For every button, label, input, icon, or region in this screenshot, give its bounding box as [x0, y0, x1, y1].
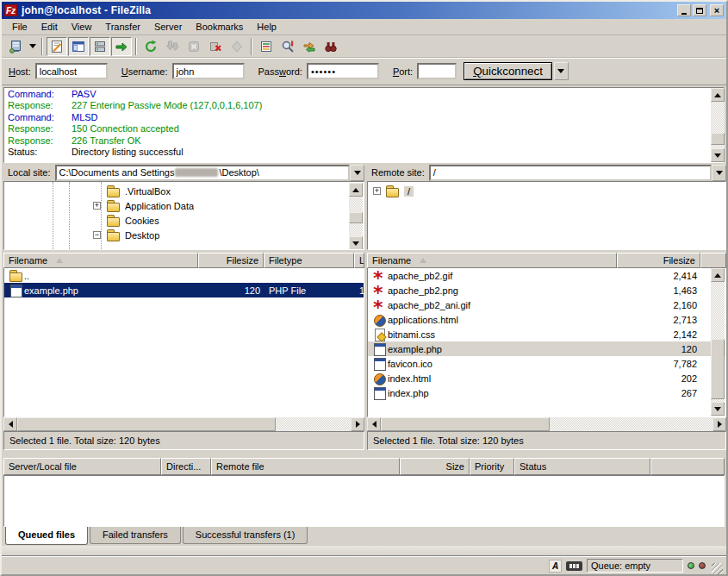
site-manager-dropdown[interactable]: [27, 37, 38, 56]
port-input[interactable]: [417, 63, 457, 79]
scroll-up-button[interactable]: [711, 88, 725, 102]
remote-directory-tree[interactable]: + /: [367, 181, 726, 250]
tree-item-desktop[interactable]: Desktop: [106, 228, 159, 242]
password-input[interactable]: ••••••: [307, 63, 379, 79]
local-tree-scrollbar[interactable]: [349, 183, 363, 250]
site-manager-button[interactable]: [5, 37, 26, 56]
transfer-queue-list[interactable]: [3, 475, 725, 527]
column-header-filesize[interactable]: Filesize: [617, 253, 700, 268]
scroll-left-button[interactable]: [367, 417, 381, 431]
minimize-button[interactable]: [677, 4, 691, 16]
scrollbar-thumb[interactable]: [711, 133, 725, 145]
scroll-down-button[interactable]: [349, 236, 363, 250]
column-header-filesize[interactable]: Filesize: [198, 253, 264, 268]
menu-file[interactable]: File: [5, 20, 34, 34]
local-path-input[interactable]: C:\Documents and Settings\Desktop\: [55, 165, 350, 181]
scroll-down-button[interactable]: [711, 148, 725, 162]
remote-path-dropdown[interactable]: [712, 165, 726, 181]
scroll-right-button[interactable]: [351, 417, 364, 431]
table-row-selected-inactive[interactable]: example.php 120: [368, 341, 725, 356]
scroll-up-button[interactable]: [349, 183, 363, 197]
tree-item-root[interactable]: /: [385, 184, 414, 198]
tab-failed-transfers[interactable]: Failed transfers: [90, 527, 181, 544]
tree-item-application-data[interactable]: Application Data: [106, 198, 194, 213]
scrollbar-thumb[interactable]: [381, 417, 550, 431]
tab-queued-files[interactable]: Queued files: [5, 527, 88, 545]
refresh-button[interactable]: [140, 37, 161, 56]
column-header-priority[interactable]: Priority: [470, 458, 514, 475]
host-input[interactable]: localhost: [35, 63, 108, 79]
table-row[interactable]: index.html 202: [368, 371, 725, 385]
column-header-server-local-file[interactable]: Server/Local file: [3, 458, 161, 475]
menu-edit[interactable]: Edit: [34, 20, 65, 34]
scroll-down-button[interactable]: [711, 402, 725, 416]
tree-collapse-icon[interactable]: −: [93, 231, 101, 239]
pane-splitter[interactable]: [2, 450, 726, 458]
column-header-remote-file[interactable]: Remote file: [211, 458, 400, 475]
username-input[interactable]: john: [172, 63, 245, 79]
scrollbar-thumb[interactable]: [17, 417, 276, 431]
menu-help[interactable]: Help: [250, 20, 283, 34]
table-row[interactable]: index.php 267: [368, 385, 725, 400]
disconnect-button[interactable]: [205, 37, 226, 56]
column-header-size[interactable]: Size: [400, 458, 470, 475]
scrollbar-thumb[interactable]: [711, 339, 725, 399]
table-row-selected[interactable]: example.php 120 PHP File 1: [4, 283, 364, 297]
toggle-message-log-button[interactable]: [47, 37, 67, 56]
tree-item-virtualbox[interactable]: .VirtualBox: [106, 184, 171, 198]
scrollbar-thumb[interactable]: [349, 212, 363, 223]
tab-successful-transfers[interactable]: Successful transfers (1): [183, 527, 308, 544]
column-header-status[interactable]: Status: [514, 458, 650, 475]
table-row[interactable]: favicon.ico 7,782: [368, 356, 725, 371]
local-path-dropdown[interactable]: [350, 165, 364, 181]
remote-list-scrollbar[interactable]: [711, 268, 725, 416]
local-horizontal-scrollbar[interactable]: [3, 417, 364, 431]
close-button[interactable]: ×: [710, 4, 724, 16]
remote-path-input[interactable]: /: [429, 165, 712, 181]
column-header-filetype[interactable]: Filetype: [264, 253, 354, 268]
find-button[interactable]: [320, 37, 341, 56]
toggle-queue-button[interactable]: [111, 37, 132, 56]
toggle-local-tree-button[interactable]: [68, 37, 89, 56]
scroll-up-button[interactable]: [711, 268, 725, 282]
tree-expand-icon[interactable]: +: [93, 202, 101, 210]
table-row[interactable]: ..: [4, 268, 364, 283]
compare-button[interactable]: [277, 37, 298, 56]
local-directory-tree[interactable]: .VirtualBox Application Data + Cookies D…: [3, 181, 364, 250]
table-row[interactable]: apache_pb2_ani.gif 2,160: [368, 297, 725, 312]
table-row[interactable]: applications.html 2,713: [368, 312, 725, 327]
toggle-remote-tree-button[interactable]: [90, 37, 110, 56]
table-row[interactable]: apache_pb2.png 1,463: [368, 283, 725, 297]
menu-server[interactable]: Server: [147, 20, 189, 34]
maximize-button[interactable]: [693, 4, 706, 16]
process-queue-button[interactable]: [162, 37, 183, 56]
menu-bookmarks[interactable]: Bookmarks: [189, 20, 250, 34]
scroll-right-button[interactable]: [712, 417, 726, 431]
speed-limit-icon[interactable]: [566, 561, 582, 571]
file-icon: [9, 285, 22, 297]
column-header-modified[interactable]: L: [354, 253, 364, 268]
cancel-operation-button[interactable]: [184, 37, 204, 56]
scroll-left-button[interactable]: [3, 417, 17, 431]
quickconnect-dropdown[interactable]: [554, 62, 569, 80]
table-row[interactable]: apache_pb2.gif 2,414: [368, 268, 725, 283]
remote-horizontal-scrollbar[interactable]: [367, 417, 726, 431]
filter-button[interactable]: [256, 37, 277, 56]
resize-grip-icon[interactable]: [712, 563, 723, 574]
sync-browsing-button[interactable]: [299, 37, 320, 56]
column-header-filename[interactable]: Filename: [367, 253, 617, 268]
transfer-type-icon[interactable]: A: [549, 560, 562, 573]
tree-expand-icon[interactable]: +: [373, 187, 381, 195]
title-bar[interactable]: Fz john@localhost - FileZilla ×: [2, 2, 726, 19]
table-row[interactable]: bitnami.css 2,142: [368, 327, 725, 341]
tree-item-cookies[interactable]: Cookies: [106, 213, 159, 228]
log-line: Command:MLSD: [4, 111, 724, 123]
local-site-pane: Local site: C:\Documents and Settings\De…: [3, 164, 364, 252]
reconnect-button[interactable]: [227, 37, 247, 56]
column-header-direction[interactable]: Directi...: [161, 458, 211, 475]
quickconnect-button[interactable]: Quickconnect: [464, 62, 552, 80]
menu-view[interactable]: View: [65, 20, 99, 34]
log-scrollbar[interactable]: [711, 88, 725, 162]
column-header-filename[interactable]: Filename: [3, 253, 198, 268]
menu-transfer[interactable]: Transfer: [98, 20, 147, 34]
